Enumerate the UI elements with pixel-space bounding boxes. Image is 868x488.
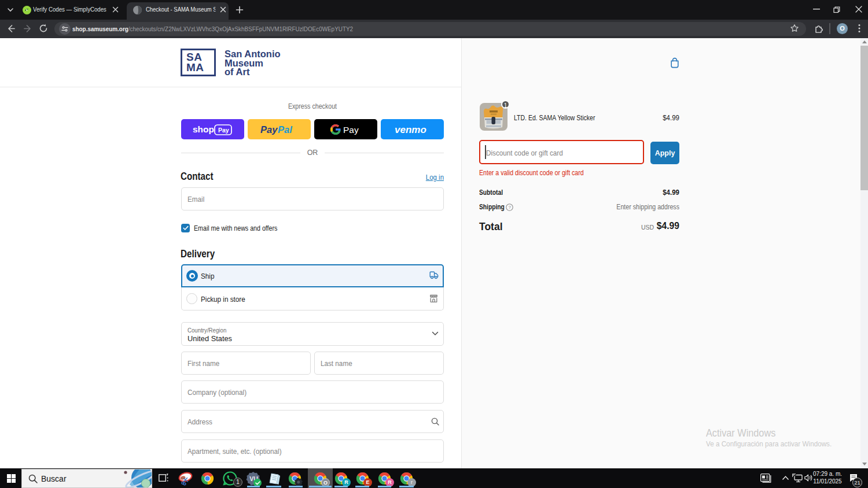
svg-text:?: ? <box>509 205 512 210</box>
svg-text:Pal: Pal <box>278 124 292 135</box>
svg-text:shop: shop <box>193 124 214 134</box>
svg-text:Pay: Pay <box>260 124 278 135</box>
svg-text:venmo: venmo <box>395 124 426 135</box>
svg-text:Pay: Pay <box>343 125 359 135</box>
svg-text:Pay: Pay <box>218 126 229 133</box>
